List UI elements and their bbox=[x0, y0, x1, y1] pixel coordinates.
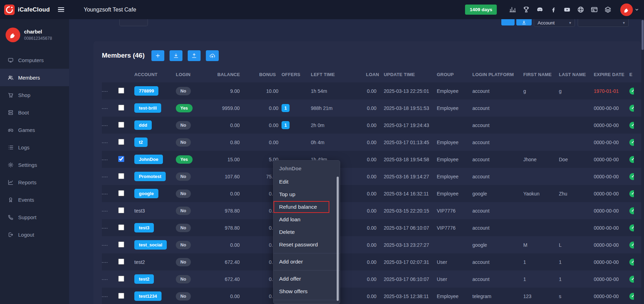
globe-icon[interactable] bbox=[577, 6, 584, 13]
row-checkbox[interactable] bbox=[118, 293, 124, 299]
account-menu[interactable] bbox=[620, 3, 639, 16]
account-button[interactable]: test3 bbox=[134, 223, 154, 232]
account-button[interactable]: google bbox=[134, 189, 158, 198]
row-checkbox[interactable] bbox=[118, 242, 124, 247]
stats-icon[interactable] bbox=[509, 6, 516, 13]
sidebar-item-boot[interactable]: Boot bbox=[0, 104, 69, 121]
drag-handle-icon[interactable] bbox=[102, 244, 108, 247]
context-menu-item-edit[interactable]: Edit bbox=[274, 176, 340, 188]
account-button[interactable]: test_social bbox=[134, 240, 167, 250]
sidebar-item-events[interactable]: Events bbox=[0, 191, 69, 208]
account-button[interactable]: ddd bbox=[134, 120, 152, 130]
hamburger-menu-icon[interactable] bbox=[58, 7, 64, 12]
status-icon[interactable]: ✓ bbox=[629, 242, 634, 249]
import-button[interactable] bbox=[188, 50, 201, 61]
layers-icon[interactable] bbox=[604, 6, 612, 13]
drag-handle-icon[interactable] bbox=[102, 125, 108, 127]
status-icon[interactable]: ✓ bbox=[629, 88, 634, 95]
table-row[interactable]: test3No978.800.000.002025-03-15 22:20:15… bbox=[102, 202, 641, 219]
row-checkbox[interactable] bbox=[118, 122, 124, 128]
offers-badge[interactable]: 1 bbox=[282, 121, 290, 129]
account-button[interactable]: test2 bbox=[134, 274, 154, 284]
status-icon[interactable]: ✓ bbox=[629, 276, 634, 283]
table-row[interactable]: test2No672.400.000.002025-03-17 02:07:31… bbox=[102, 253, 641, 270]
sidebar-item-computers[interactable]: Computers bbox=[0, 51, 69, 69]
context-menu-item-reset-password[interactable]: Reset password bbox=[274, 238, 340, 251]
drag-handle-icon[interactable] bbox=[102, 159, 108, 161]
status-icon[interactable]: ✓ bbox=[629, 139, 634, 146]
table-row[interactable]: test3No978.800.000.002025-03-17 06:10:07… bbox=[102, 219, 641, 236]
sidebar-item-logs[interactable]: Logs bbox=[0, 139, 69, 156]
drag-handle-icon[interactable] bbox=[102, 176, 108, 178]
table-row[interactable]: test-brillYes9959.000.001988h 21m0.00202… bbox=[102, 99, 641, 117]
status-icon[interactable]: ✓ bbox=[629, 122, 634, 129]
row-checkbox[interactable] bbox=[118, 207, 124, 213]
sidebar-item-support[interactable]: Support bbox=[0, 208, 69, 226]
context-menu-item-show-offers[interactable]: Show offers bbox=[274, 285, 340, 298]
status-icon[interactable]: ✓ bbox=[629, 105, 634, 112]
page-scrollbar[interactable] bbox=[641, 19, 644, 304]
context-menu-item-add-offer[interactable]: Add offer bbox=[274, 273, 340, 285]
row-checkbox[interactable] bbox=[118, 259, 124, 265]
sidebar-item-settings[interactable]: Settings bbox=[0, 156, 69, 173]
days-badge[interactable]: 1409 days bbox=[465, 5, 497, 15]
status-icon[interactable]: ✓ bbox=[629, 293, 634, 300]
table-row[interactable]: PromotestNo107.6075.000.002025-03-16 19:… bbox=[102, 168, 641, 185]
drag-handle-icon[interactable] bbox=[102, 296, 108, 298]
status-icon[interactable]: ✓ bbox=[629, 156, 634, 163]
status-icon[interactable]: ✓ bbox=[629, 224, 634, 231]
row-checkbox[interactable] bbox=[118, 156, 124, 162]
facebook-icon[interactable] bbox=[550, 6, 557, 13]
sidebar-item-shop[interactable]: Shop bbox=[0, 86, 69, 104]
row-checkbox[interactable] bbox=[118, 276, 124, 282]
youtube-icon[interactable] bbox=[563, 6, 571, 13]
table-row[interactable]: googleNo0.000.000.002025-03-14 16:32:11E… bbox=[102, 185, 641, 202]
context-menu-item-top-up[interactable]: Top up bbox=[274, 188, 340, 201]
sidebar-item-games[interactable]: Games bbox=[0, 121, 69, 139]
export-button[interactable] bbox=[170, 50, 182, 61]
context-menu-item-delete[interactable]: Delete bbox=[274, 226, 340, 238]
row-checkbox[interactable] bbox=[118, 224, 124, 230]
drag-handle-icon[interactable] bbox=[102, 261, 108, 264]
account-type-dropdown[interactable]: Account ▾ bbox=[534, 19, 575, 27]
partial-button-2[interactable] bbox=[516, 19, 532, 25]
drag-handle-icon[interactable] bbox=[102, 210, 108, 213]
discord-icon[interactable] bbox=[536, 6, 544, 13]
sidebar-item-members[interactable]: Members bbox=[0, 69, 69, 86]
drag-handle-icon[interactable] bbox=[102, 279, 108, 281]
card-icon[interactable] bbox=[591, 6, 598, 13]
offers-badge[interactable]: 1 bbox=[282, 104, 290, 112]
table-row[interactable]: test1234No0.000.000.002025-03-15 12:38:1… bbox=[102, 288, 641, 304]
drag-handle-icon[interactable] bbox=[102, 107, 108, 110]
status-icon[interactable]: ✓ bbox=[629, 190, 634, 197]
table-row[interactable]: test2No672.400.000.002025-03-17 06:10:07… bbox=[102, 270, 641, 288]
account-button[interactable]: JohnDoe bbox=[134, 155, 163, 164]
drag-handle-icon[interactable] bbox=[102, 227, 108, 230]
partial-button-1[interactable] bbox=[501, 19, 515, 25]
row-checkbox[interactable] bbox=[118, 173, 124, 179]
table-row[interactable]: test_socialNo0.000.000.002025-03-13 23:2… bbox=[102, 236, 641, 253]
context-menu-scrollbar[interactable] bbox=[337, 177, 339, 301]
table-row[interactable]: t2No0.800.000h 4m0.002025-03-17 01:13:45… bbox=[102, 134, 641, 151]
page-scrollbar-thumb[interactable] bbox=[642, 20, 644, 50]
status-icon[interactable]: ✓ bbox=[629, 173, 634, 180]
row-checkbox[interactable] bbox=[118, 139, 124, 145]
sidebar-item-logout[interactable]: Logout bbox=[0, 226, 69, 243]
trophy-icon[interactable] bbox=[523, 6, 530, 13]
account-button[interactable]: Promotest bbox=[134, 172, 166, 181]
row-checkbox[interactable] bbox=[118, 88, 124, 94]
account-button[interactable]: 778899 bbox=[134, 86, 158, 96]
table-row[interactable]: dddNo0.000.0012h 0m0.002025-03-17 19:24:… bbox=[102, 117, 641, 134]
context-menu-item-refund-balance[interactable]: Refund balance bbox=[274, 201, 329, 213]
account-button[interactable]: t2 bbox=[134, 138, 148, 147]
context-menu-item-event-logs[interactable]: Event logs bbox=[274, 302, 340, 304]
drag-handle-icon[interactable] bbox=[102, 90, 108, 93]
row-checkbox[interactable] bbox=[118, 105, 124, 111]
table-row[interactable]: 778899No9.0010.001h 54m0.002025-03-13 22… bbox=[102, 82, 641, 99]
status-icon[interactable]: ✓ bbox=[629, 207, 634, 214]
account-button[interactable]: test1234 bbox=[134, 291, 162, 301]
row-checkbox[interactable] bbox=[118, 190, 124, 196]
partial-toolbar-box[interactable] bbox=[119, 19, 148, 26]
context-menu-item-add-loan[interactable]: Add loan bbox=[274, 213, 340, 226]
add-button[interactable] bbox=[151, 50, 164, 61]
